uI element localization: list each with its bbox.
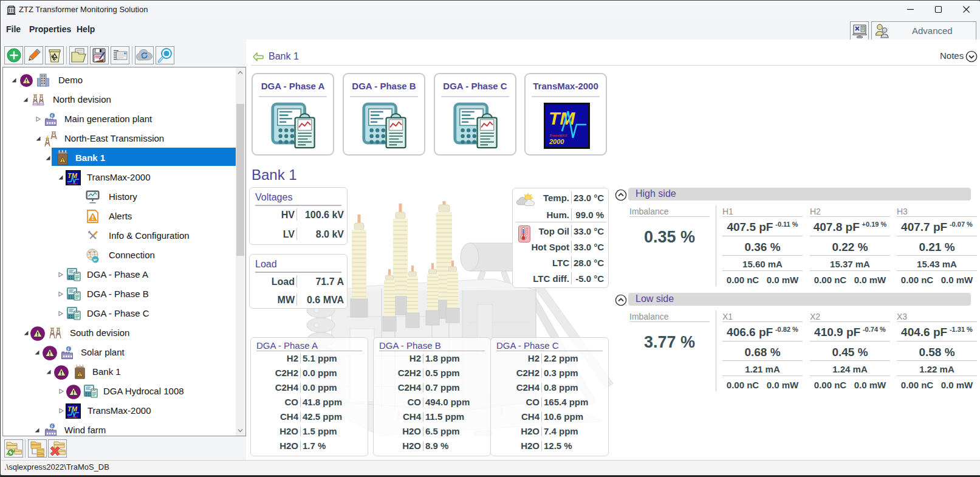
svg-text:2000: 2000 [549,138,564,145]
svg-text:TM: TM [549,108,575,128]
svg-text:TransMAX: TransMAX [67,183,78,185]
svg-text:IP: IP [94,258,97,262]
svg-text:TransMAX: TransMAX [67,416,78,419]
svg-text:TransMAX: TransMAX [549,134,568,137]
